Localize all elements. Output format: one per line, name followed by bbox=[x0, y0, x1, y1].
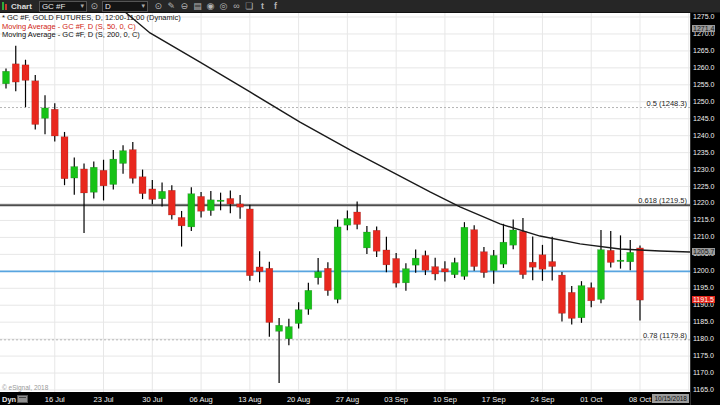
price-tick-label: 1250.0 bbox=[693, 98, 714, 105]
price-tick-label: 1185.0 bbox=[693, 318, 714, 325]
price-tick-label: 1260.0 bbox=[693, 64, 714, 71]
calendar-icon[interactable] bbox=[17, 395, 28, 403]
chart-legend: * GC #F, GOLD FUTURES, D, 12:00-11:00 (D… bbox=[2, 14, 181, 40]
candle-body bbox=[432, 267, 439, 274]
candle-body bbox=[237, 204, 244, 207]
crosshair-icon[interactable]: ◉ bbox=[206, 2, 215, 11]
candle-body bbox=[285, 327, 292, 339]
date-tick-label: 08 Oct bbox=[629, 395, 651, 404]
candle-body bbox=[71, 167, 78, 179]
chevron-down-icon: ▾ bbox=[80, 2, 84, 10]
twitter-icon[interactable]: t bbox=[258, 2, 267, 11]
fib-level-label: 0.618 (1219.5) bbox=[638, 196, 687, 205]
date-tick-label: 06 Aug bbox=[189, 395, 212, 404]
candle-body bbox=[324, 268, 331, 290]
price-tick-label: 1245.0 bbox=[693, 115, 714, 122]
candle-body bbox=[198, 196, 205, 211]
candle-body bbox=[344, 218, 351, 225]
price-tick-label: 1225.0 bbox=[693, 183, 714, 190]
fib-level-label: 0.5 (1248.3) bbox=[647, 99, 687, 108]
date-tick-label: 17 Sep bbox=[482, 395, 506, 404]
dynamic-mode-label[interactable]: Dyn bbox=[2, 395, 16, 404]
symbol-combo[interactable]: GC #F ▾ bbox=[39, 1, 87, 12]
price-tick-label: 1170.0 bbox=[693, 369, 714, 376]
candle-body bbox=[61, 137, 68, 179]
esignal-logo-icon bbox=[2, 2, 7, 10]
candle-body bbox=[305, 290, 312, 309]
candle-body bbox=[607, 250, 614, 262]
price-tick-label: 1240.0 bbox=[693, 132, 714, 139]
price-tick-label: 1180.0 bbox=[693, 335, 714, 342]
candle-body bbox=[441, 269, 448, 272]
price-tick-label: 1165.0 bbox=[693, 386, 714, 393]
candle-body bbox=[217, 200, 224, 201]
candle-body bbox=[168, 190, 175, 215]
candle-body bbox=[178, 217, 185, 225]
draw-icon[interactable]: ✎ bbox=[167, 2, 176, 11]
facebook-icon[interactable]: f bbox=[271, 2, 280, 11]
interval-combo[interactable]: D ▾ bbox=[102, 1, 148, 12]
date-tick-label: 16 Jul bbox=[45, 395, 65, 404]
candle-body bbox=[490, 255, 497, 270]
price-axis[interactable]: 1275.01270.01265.01260.01255.01250.01245… bbox=[690, 13, 720, 405]
date-tick-label: 13 Aug bbox=[238, 395, 261, 404]
candle-body bbox=[412, 258, 419, 265]
price-tick-label: 1235.0 bbox=[693, 149, 714, 156]
candle-body bbox=[383, 250, 390, 265]
chart-plot-area[interactable]: * GC #F, GOLD FUTURES, D, 12:00-11:00 (D… bbox=[0, 13, 690, 392]
candle-body bbox=[22, 65, 29, 81]
legend-ma200-line: Moving Average - GC #F, D (S, 200, 0, C) bbox=[2, 31, 181, 40]
price-tick-label: 1265.0 bbox=[693, 47, 714, 54]
candle-body bbox=[617, 260, 624, 261]
candle-body bbox=[597, 250, 604, 300]
copyright-text: © eSignal, 2018 bbox=[2, 384, 48, 391]
chat-icon[interactable]: ❏ bbox=[245, 2, 254, 11]
candle-body bbox=[422, 255, 429, 270]
time-axis[interactable]: Dyn 10/15/2018 16 Jul23 Jul30 Jul06 Aug1… bbox=[0, 392, 690, 405]
price-tick-label: 1215.0 bbox=[693, 216, 714, 223]
globe-icon[interactable]: ◎ bbox=[219, 2, 228, 11]
quote-icon[interactable]: ⊙ bbox=[90, 2, 99, 11]
candle-body bbox=[373, 230, 380, 251]
date-tick-label: 01 Oct bbox=[580, 395, 602, 404]
candle-body bbox=[510, 230, 517, 245]
candle-body bbox=[393, 258, 400, 283]
date-tick-label: 20 Aug bbox=[287, 395, 310, 404]
eraser-icon[interactable]: ⊖ bbox=[180, 2, 189, 11]
candle-body bbox=[42, 108, 49, 119]
candle-body bbox=[3, 71, 10, 84]
chevron-down-icon: ▾ bbox=[141, 2, 145, 10]
candle-body bbox=[627, 252, 634, 261]
candle-body bbox=[110, 159, 117, 184]
link-icon[interactable]: ∞ bbox=[232, 2, 241, 11]
candle-body bbox=[32, 81, 39, 125]
candle-body bbox=[256, 267, 263, 272]
candle-body bbox=[266, 268, 273, 322]
fib-level-label: 0.78 (1179.8) bbox=[643, 331, 687, 340]
candle-body bbox=[529, 262, 536, 267]
candle-body bbox=[207, 200, 214, 211]
date-tick-label: 30 Jul bbox=[142, 395, 162, 404]
candle-body bbox=[139, 177, 146, 194]
last-price-badge: 1191.5 bbox=[692, 296, 715, 303]
time-icon[interactable]: ⊙ bbox=[154, 2, 163, 11]
price-tick-label: 1220.0 bbox=[693, 199, 714, 206]
candle-body bbox=[120, 151, 127, 164]
candle-body bbox=[549, 261, 556, 266]
date-tick-label: 27 Aug bbox=[336, 395, 359, 404]
candle-body bbox=[558, 275, 565, 313]
price-tick-label: 1255.0 bbox=[693, 81, 714, 88]
candle-body bbox=[568, 292, 575, 318]
news-icon[interactable]: ▤ bbox=[193, 2, 202, 11]
date-tick-label: 24 Sep bbox=[531, 395, 555, 404]
candle-body bbox=[461, 227, 468, 276]
candle-body bbox=[159, 191, 166, 198]
date-tick-label: 10 Sep bbox=[433, 395, 457, 404]
price-tick-label: 1230.0 bbox=[693, 166, 714, 173]
candle-body bbox=[246, 209, 253, 276]
window-title: Chart bbox=[11, 2, 32, 11]
date-tick-label: 23 Jul bbox=[94, 395, 114, 404]
value-badge: 1271.4 bbox=[692, 25, 715, 32]
candle-body bbox=[471, 230, 478, 267]
candle-body bbox=[12, 64, 19, 82]
